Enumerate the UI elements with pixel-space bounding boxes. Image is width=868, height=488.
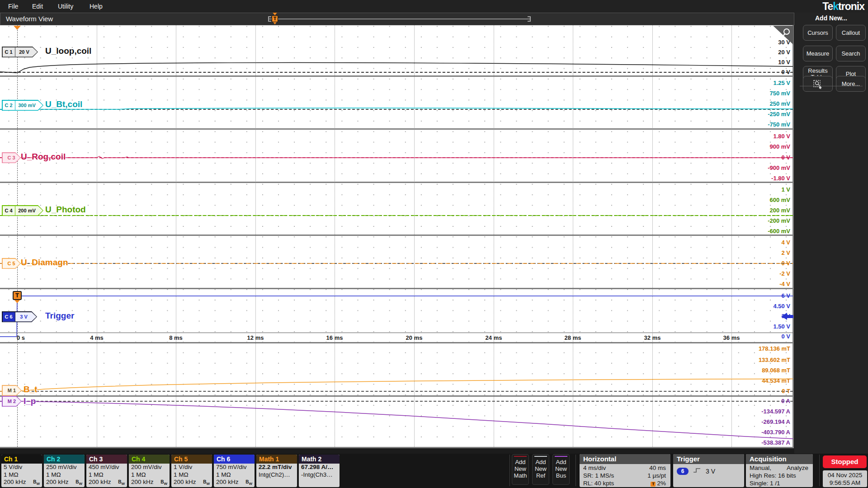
ch6-tick-label: 6 V [722, 292, 790, 300]
ch4-badge-scale: 200 mV [15, 206, 43, 216]
channel-card-row: 1 MΩ [171, 471, 212, 479]
acquisition-row: Single: 1 /1 [746, 479, 813, 487]
ch5-channel-label[interactable]: U_Diamagn [21, 258, 68, 267]
add-new-ref-button[interactable]: AddNewRef [532, 454, 549, 485]
acq-analyze: Analyze [787, 464, 808, 472]
m1-channel-badge[interactable]: M 1 [2, 385, 22, 396]
channel-card-ch1[interactable]: Ch 15 V/div1 MΩ200 kHzBW [1, 455, 42, 487]
m1-tick-label: 44.534 mT [722, 377, 790, 385]
channel-card-row: Intg(Ch2)… [256, 471, 297, 479]
add-new-measure-button[interactable]: Measure [803, 46, 833, 61]
stopped-button[interactable]: Stopped [823, 455, 867, 468]
acquisition-panel[interactable]: AcquisitionManual,AnalyzeHigh Res: 16 bi… [746, 454, 813, 487]
time-text: 9:56:55 AM [823, 479, 867, 487]
horizontal-panel[interactable]: Horizontal4 ms/div40 msSR: 1 MS/s1 µs/pt… [580, 454, 670, 487]
m2-channel-label[interactable]: I_p [24, 396, 36, 406]
channel-card-math1[interactable]: Math 122.2 mT/divIntg(Ch2)… [256, 455, 297, 487]
channel-card-ch6[interactable]: Ch 6750 mV/div1 MΩ200 kHzBW [214, 455, 255, 487]
trigger-level-arrow-icon[interactable] [781, 313, 787, 320]
channel-card-row: 1 MΩ [214, 471, 255, 479]
add-new-search-button[interactable]: Search [836, 46, 866, 61]
channel-card-ch3[interactable]: Ch 3450 mV/div1 MΩ200 kHzBW [86, 455, 127, 487]
add-button-word: New [533, 465, 549, 472]
channel-card-math2[interactable]: Math 267.298 A/…-Intg(Ch3… [299, 455, 340, 487]
m2-channel-badge[interactable]: M 2 [2, 396, 22, 407]
ch4-zero-line [0, 215, 793, 216]
channel-card-ch2[interactable]: Ch 2250 mV/div1 MΩ200 kHzBW [44, 455, 85, 487]
ch1-tick-label: 10 V [722, 59, 790, 66]
m2-tick-label: -134.597 A [722, 408, 790, 415]
m2-zero-line [0, 401, 793, 402]
ch5-tick-label: 2 V [722, 249, 790, 257]
time-label: 28 ms [565, 334, 581, 341]
time-label: 4 ms [90, 334, 104, 341]
ch4-channel-badge[interactable]: C 4200 mV [2, 205, 43, 216]
footer-separator [819, 455, 820, 486]
add-new-cursors-button[interactable]: Cursors [803, 25, 833, 41]
ch3-tick-label: 1.80 V [722, 133, 790, 140]
datetime-display: 04 Nov 20259:56:55 AM [823, 470, 867, 487]
slice-divider [0, 288, 793, 289]
ch6-tick-label: 4.50 V [722, 303, 790, 310]
ch4-tick-label: -200 mV [722, 217, 790, 225]
ch6-channel-badge[interactable]: C 63 V [2, 311, 37, 322]
m1-tick-label: 133.602 mT [722, 357, 790, 364]
m2-tick-label: -403.790 A [722, 429, 790, 436]
channel-card-ch4[interactable]: Ch 4200 mV/div1 MΩ200 kHzBW [129, 455, 170, 487]
ch2-channel-label[interactable]: U_Bt,coil [45, 99, 82, 109]
ch1-channel-badge[interactable]: C 120 V [2, 47, 38, 57]
ch3-tick-label: 0 V [722, 154, 790, 161]
channel-card-header: Math 2 [299, 455, 340, 464]
channel-card-ch5[interactable]: Ch 51 V/div1 MΩ200 kHzBW [171, 455, 212, 487]
grid-vline [414, 25, 415, 447]
trigger-t-badge[interactable]: T [13, 291, 22, 300]
ch5-channel-badge[interactable]: C 5 [2, 258, 21, 269]
ch3-badge-id: C 3 [3, 153, 20, 163]
more-button[interactable]: More... [836, 76, 866, 92]
zoom-select-button[interactable] [803, 76, 833, 92]
bandwidth-limit-icon: BW [203, 479, 210, 486]
ch4-channel-label[interactable]: U_Photod [45, 205, 86, 215]
rising-edge-icon [693, 467, 702, 475]
ch6-channel-label[interactable]: Trigger [45, 311, 74, 321]
channel-card-row: 67.298 A/… [299, 464, 340, 471]
add-button-word: Ref [533, 472, 549, 479]
ch2-tick-label: 750 mV [722, 90, 790, 97]
m2-tick-label: -269.194 A [722, 418, 790, 426]
add-button-word: Bus [553, 472, 569, 479]
add-button-accent [514, 456, 527, 457]
channel-card-header: Ch 4 [129, 455, 170, 464]
m1-channel-label[interactable]: B_t [24, 385, 38, 394]
ch3-badge-fill: C 3 [3, 153, 20, 163]
channel-card-header: Ch 6 [214, 455, 255, 464]
time-label: 20 ms [406, 334, 423, 341]
channel-card-row: 250 mV/div [44, 464, 85, 471]
add-button-word: New [553, 465, 569, 472]
trigger-time-line [17, 25, 18, 447]
expansion-point-icon[interactable] [14, 26, 21, 30]
ch2-channel-badge[interactable]: C 2300 mV [2, 100, 43, 111]
graticule-right-border [793, 25, 794, 448]
bandwidth-limit-icon: BW [245, 479, 252, 486]
add-new-bus-button[interactable]: AddNewBus [552, 454, 570, 485]
add-new-callout-button[interactable]: Callout [836, 25, 866, 41]
ch3-channel-badge[interactable]: C 3 [2, 152, 21, 163]
trigger-panel[interactable]: Trigger63 V [673, 454, 744, 487]
bandwidth-limit-icon: BW [33, 479, 40, 486]
horizontal-panel-row: RL: 40 kptsT2% [580, 479, 670, 487]
ch3-channel-label[interactable]: U_Rog,coil [21, 152, 66, 162]
add-new-math-button[interactable]: AddNewMath [512, 454, 529, 485]
time-label: 0 s [17, 334, 25, 341]
ch1-channel-label[interactable]: U_loop,coil [45, 46, 91, 56]
slice-divider [0, 75, 793, 77]
ch5-tick-label: 4 V [722, 239, 790, 246]
channel-card-row: 1 MΩ [129, 471, 170, 479]
time-label: 36 ms [723, 334, 740, 341]
slice-divider [0, 182, 793, 183]
ch4-tick-label: 200 mV [722, 207, 790, 214]
m1-tick-label: 178.136 mT [722, 345, 790, 352]
trigger-panel-row: 63 V [673, 464, 744, 475]
time-label: 32 ms [644, 334, 661, 341]
grid-vline [255, 25, 256, 447]
m1-tick-label: 89.068 mT [722, 367, 790, 374]
